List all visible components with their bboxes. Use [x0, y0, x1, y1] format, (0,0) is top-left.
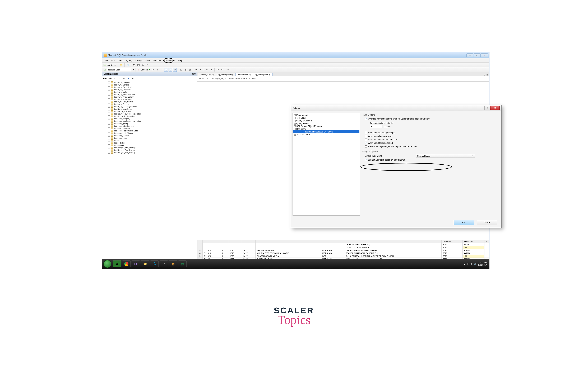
stop-icon[interactable]: ■ [156, 68, 160, 72]
tree-item[interactable]: +dbo.ohpc_category [102, 117, 197, 120]
maximize-button[interactable]: ▢ [474, 53, 481, 57]
debug-icon[interactable]: ▶ [151, 68, 155, 72]
stats-icon[interactable]: ⊡ [173, 68, 177, 72]
tree-item[interactable]: +dbo.ohpc_IntraCategory [102, 125, 197, 127]
taskbar-ssms-icon[interactable]: ▦ [169, 261, 177, 267]
new-file-icon[interactable]: 📄 [126, 63, 130, 67]
taskbar-explorer-icon[interactable]: ◆ [113, 261, 121, 267]
new-query-button[interactable]: New Query [103, 64, 117, 66]
menu-community[interactable]: Community [163, 59, 177, 62]
object-tree[interactable]: +dbo.Mym_category+dbo.Mym_Donare+dbo.Mym… [102, 81, 197, 261]
tab-close-icon[interactable]: ✕ [486, 74, 488, 76]
menu-help[interactable]: Help [176, 59, 184, 62]
taskbar-skype-icon[interactable]: Ⓢ [150, 261, 158, 267]
ok-button[interactable]: OK [454, 220, 474, 225]
titlebar[interactable]: Microsoft SQL Server Management Studio —… [102, 52, 489, 58]
tray-clock[interactable]: 11:31 AM 5/31/2017 [478, 262, 487, 266]
tree-item[interactable]: +dbo.Mym_Feedback [102, 88, 197, 91]
checkbox-launch-add-table[interactable] [365, 159, 367, 161]
checkbox-warn-null-pk[interactable] [365, 135, 367, 137]
inc-indent-icon[interactable]: ⇥ [216, 68, 220, 72]
tree-item[interactable]: +dbo.ohpc_video [102, 137, 197, 139]
checkbox-warn-tables[interactable] [365, 142, 367, 144]
comment-icon[interactable]: ▭ [194, 68, 198, 72]
tree-item[interactable]: +dbo.portfollio [102, 142, 197, 144]
specify-values-icon[interactable]: % [227, 68, 230, 72]
tree-item[interactable]: +dbo.ol [102, 139, 197, 142]
close-button[interactable]: ✕ [481, 53, 488, 57]
query-editor[interactable]: select * from iapm_RegistrationPants whe… [197, 76, 489, 81]
dec-indent-icon[interactable]: ⇤ [220, 68, 224, 72]
tree-item[interactable]: +dbo.Neuro_NewsLtRegisteration [102, 113, 197, 115]
taskbar-vs-icon[interactable]: ⋈ [132, 261, 140, 267]
tray-network-icon[interactable]: 🖧 [471, 263, 472, 265]
windows-taskbar[interactable]: ◆ ⋈ 📁 Ⓢ ✂ ▦ ▦ ▴ ⚐ 🖧 🔊 11:31 AM 5/31/2017 [102, 259, 489, 269]
save-all-icon[interactable]: 💾 [136, 63, 140, 67]
tree-query-exec[interactable]: Query Execution [296, 120, 312, 122]
menu-tools[interactable]: Tools [143, 59, 152, 62]
tree-item[interactable]: +dbo.Mym_category [102, 81, 197, 84]
tree-item[interactable]: +dbo.Mym_PollQuestion [102, 101, 197, 103]
tab-tables-iapm[interactable]: Tables_IAPM.sql - ...sql_Local (sa (54)) [198, 73, 236, 76]
tree-query-results[interactable]: Query Results [296, 122, 309, 125]
table-row[interactable]: DICAL COLLEGE, KANPUR2021NULL [198, 246, 489, 249]
checkbox-override-timeout[interactable] [365, 118, 367, 120]
table-row[interactable]: 3OL1818L18182017VARSHA RAMPURIMBBS, MDLI… [198, 249, 489, 252]
tree-source-control[interactable]: Source Control [296, 133, 310, 136]
menu-file[interactable]: File [103, 59, 110, 62]
tree-item[interactable]: +dbo.ohpc_Registration_Child [102, 130, 197, 132]
plan-icon[interactable]: ⊟ [168, 68, 172, 72]
tree-item[interactable]: +dbo.Neuro_Registeration [102, 115, 197, 117]
connect-button[interactable]: Connect ▾ [103, 77, 112, 80]
dialog-help-button[interactable]: ? [484, 106, 490, 110]
tab-dropdown-icon[interactable]: ▾ [484, 74, 485, 76]
minimize-button[interactable]: — [466, 53, 473, 57]
tree-item[interactable]: +dbo.Mym_EventDetails [102, 86, 197, 88]
debug-stop-icon[interactable]: ! [137, 69, 140, 71]
table-row[interactable]: 4OL1819L18192017MRUNAL YOGESHWAR KALKOND… [198, 252, 489, 255]
taskbar-excel-icon[interactable]: ▦ [178, 261, 187, 267]
connect-icon[interactable]: 🖧 [113, 76, 117, 80]
default-view-combo[interactable]: Column Names▼ [416, 154, 475, 158]
filter-icon[interactable]: ▼ [126, 76, 130, 80]
checkbox-auto-scripts[interactable] [365, 132, 367, 134]
pin-icon[interactable]: ▾ ⇲ ✕ [190, 73, 196, 75]
cancel-button[interactable]: Cancel [477, 220, 497, 225]
tree-item[interactable]: +dbo.Neuro_Abstract [102, 110, 197, 113]
results-file-icon[interactable]: ▧ [188, 68, 192, 72]
uncomment-icon[interactable]: ▭ [199, 68, 202, 72]
table-row[interactable]: , P. EXTN-99(PATPARGANJ)2021110092 [198, 243, 489, 246]
tree-item[interactable]: +dbo.Mym_PollAnswer [102, 98, 197, 101]
tray-flag-icon[interactable]: ⚐ [467, 263, 469, 265]
indent-icon[interactable]: ≡ [205, 68, 209, 72]
tree-item[interactable]: +dbo.Rengali_Exe_Payslip [102, 149, 197, 151]
parse-icon[interactable]: ✓ [162, 69, 164, 71]
open-file-icon[interactable]: 📁 [119, 63, 123, 67]
timeout-input[interactable] [370, 125, 382, 128]
tray-up-icon[interactable]: ▴ [464, 263, 465, 265]
taskbar-folder-icon[interactable]: 📁 [141, 261, 149, 267]
tray-volume-icon[interactable]: 🔊 [474, 263, 476, 265]
tree-item[interactable]: +dbo.Mym_Subctg [102, 103, 197, 105]
start-button[interactable] [103, 260, 111, 268]
dialog-close-button[interactable]: ✕ [490, 106, 500, 110]
tree-table-designers[interactable]: ⋯Table and Database Designers [293, 131, 359, 133]
database-dropdown[interactable]: goodsql_Local [107, 68, 131, 71]
tree-environment[interactable]: Environment [296, 114, 308, 116]
save-icon[interactable]: 💾 [132, 63, 136, 67]
tree-item[interactable]: +dbo.Mym_Donare [102, 84, 197, 86]
menu-edit[interactable]: Edit [110, 59, 117, 62]
tab-modification[interactable]: Modification.sql - ...sql_Local (sa (52)… [236, 73, 273, 76]
disconnect-icon[interactable]: ⊟ [117, 76, 121, 80]
estimate-plan-icon[interactable]: ⊞ [164, 68, 168, 72]
stop-conn-icon[interactable]: ■ [122, 76, 126, 80]
tree-item[interactable]: +dbo.Nero_NewsLetter [102, 108, 197, 110]
options-tree[interactable]: +Environment +Text Editor +Query Executi… [293, 113, 360, 216]
menu-query[interactable]: Query [125, 59, 134, 62]
taskbar-chrome-icon[interactable] [122, 261, 131, 267]
tree-item[interactable]: +dbo.ohpc_Unit_Master [102, 132, 197, 134]
tree-item[interactable]: +dbo.Mym_PhotoGallery [102, 96, 197, 98]
tree-item[interactable]: +dbo.Mym_UserRegistration [102, 105, 197, 108]
results-grid[interactable]: LMFROM PINCODE ▲ , P. EXTN-99(PATPARGANJ… [197, 240, 489, 261]
results-text-icon[interactable]: ▤ [179, 68, 183, 72]
